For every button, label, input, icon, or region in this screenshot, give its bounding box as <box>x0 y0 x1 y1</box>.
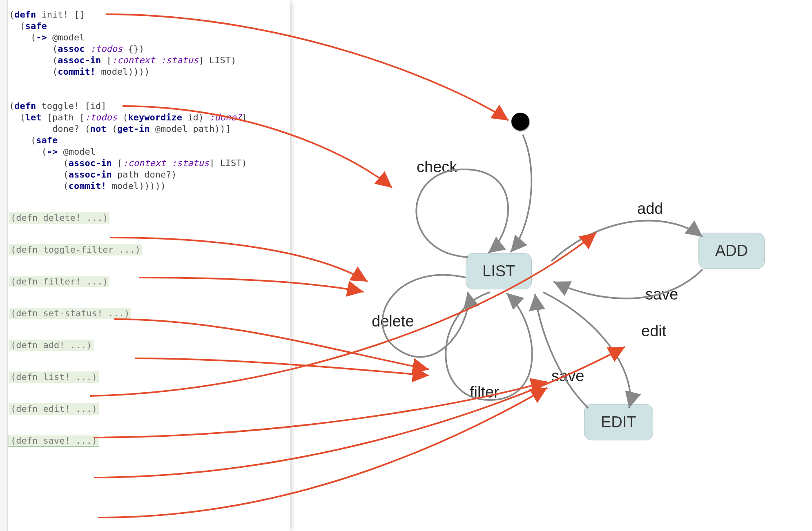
code: (defn init! [] (safe (-> @model (assoc :… <box>9 9 247 458</box>
label-save2: save <box>551 367 584 385</box>
page: (defn init! [] (safe (-> @model (assoc :… <box>0 0 812 531</box>
folded-delete[interactable]: (defn delete! ...) <box>9 212 109 224</box>
code-pane: (defn init! [] (safe (-> @model (assoc :… <box>0 0 290 531</box>
label-check: check <box>417 158 457 176</box>
folded-toggle-filter[interactable]: (defn toggle-filter ...) <box>9 244 142 256</box>
code-text: (defn init! [] (safe (-> @model (assoc :… <box>9 9 247 191</box>
start-node <box>511 113 529 131</box>
state-list: LIST <box>466 253 532 289</box>
folded-edit[interactable]: (defn edit! ...) <box>9 403 99 415</box>
label-add: add <box>637 200 663 218</box>
label-filter: filter <box>470 384 499 401</box>
folded-set-status[interactable]: (defn set-status! ...) <box>9 308 131 319</box>
state-edit: EDIT <box>584 404 653 440</box>
folded-save[interactable]: (defn save! ...) <box>9 435 99 447</box>
label-delete: delete <box>372 313 414 330</box>
gutter <box>0 0 8 531</box>
folded-add[interactable]: (defn add! ...) <box>9 340 94 351</box>
label-edit: edit <box>641 322 666 340</box>
folded-list[interactable]: (defn list! ...) <box>9 371 99 383</box>
label-save1: save <box>645 286 678 303</box>
state-add: ADD <box>698 233 765 269</box>
state-diagram: LIST ADD EDIT check delete filter add ed… <box>290 0 812 531</box>
folded-filter[interactable]: (defn filter! ...) <box>9 276 109 287</box>
